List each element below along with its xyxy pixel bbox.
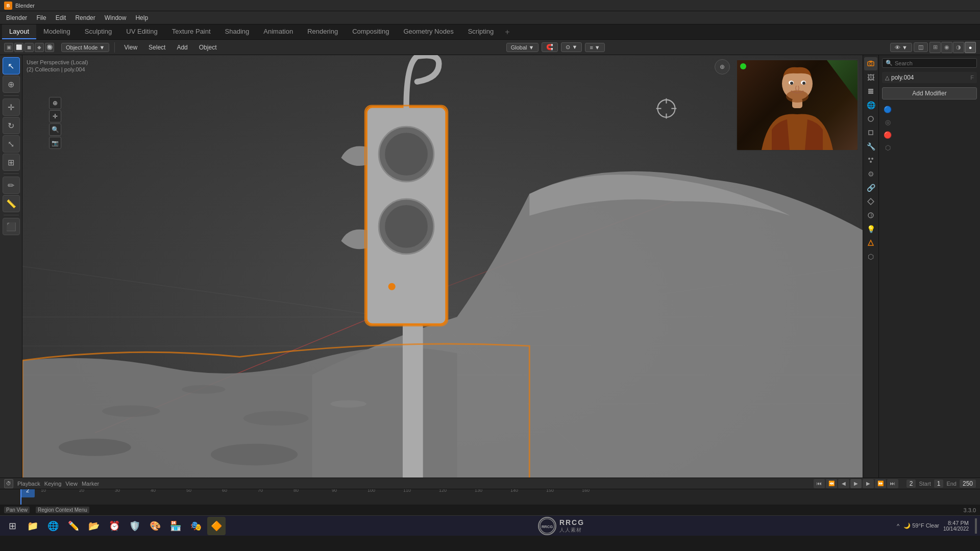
prop-tab-particles[interactable] [864, 154, 877, 167]
tab-modeling[interactable]: Modeling [36, 24, 78, 39]
timeline-type-btn[interactable]: ⏱ [4, 479, 13, 488]
taskbar-app-9[interactable]: 🎭 [187, 517, 205, 535]
overlay-btn[interactable]: 👁 ▼ [890, 43, 912, 52]
xray-btn[interactable]: ◫ [914, 42, 928, 52]
viewport-shading-3[interactable]: ◼ [24, 43, 34, 52]
menu-edit[interactable]: Edit [52, 13, 70, 22]
object-mode-dropdown[interactable]: Object Mode ▼ [61, 43, 109, 52]
menu-blender[interactable]: Blender [2, 13, 31, 22]
tab-animation[interactable]: Animation [256, 24, 300, 39]
viewport-3d[interactable]: User Perspective (Local) (2) Collection … [22, 55, 863, 478]
prop-tab-material[interactable] [864, 209, 877, 222]
tool-move[interactable]: ✛ [3, 98, 20, 116]
taskbar-file-explorer[interactable]: 📁 [23, 517, 42, 535]
header-add[interactable]: Add [173, 43, 191, 52]
snap-btn[interactable]: 🧲 [542, 42, 558, 52]
proportional-btn[interactable]: ⊙ ▼ [561, 42, 582, 52]
timeline-playhead[interactable] [20, 489, 21, 505]
shade-solid[interactable]: ◉ [941, 42, 952, 53]
start-button[interactable]: ⊞ [3, 517, 21, 535]
prop-tab-particles-2[interactable]: ⬡ [864, 250, 877, 263]
tool-annotate[interactable]: ✏ [3, 177, 20, 194]
nav-pan[interactable]: ✛ [49, 110, 61, 122]
taskbar-app-5[interactable]: ⏰ [105, 517, 124, 535]
tab-uv-editing[interactable]: UV Editing [119, 24, 164, 39]
play-btn[interactable]: ▶ [850, 479, 862, 488]
prop-tab-object-data[interactable] [864, 236, 877, 249]
shade-render[interactable]: ● [965, 42, 976, 53]
fake-user-btn[interactable]: F [970, 74, 974, 81]
start-value[interactable]: 1 [934, 480, 944, 488]
shade-material[interactable]: ◑ [953, 42, 964, 53]
tool-rotate[interactable]: ↻ [3, 117, 20, 134]
global-dropdown[interactable]: Global ▼ [506, 43, 539, 52]
prop-icon-4[interactable]: ⬡ [882, 142, 893, 153]
add-workspace-button[interactable]: + [501, 24, 513, 39]
jump-to-end-btn[interactable]: ⏭ [887, 479, 898, 488]
tab-sculpting[interactable]: Sculpting [78, 24, 119, 39]
menu-file[interactable]: File [32, 13, 50, 22]
taskbar-browser[interactable]: 🌐 [44, 517, 62, 535]
tool-measure[interactable]: 📏 [3, 195, 20, 212]
transform-orientations[interactable]: ≡ ▼ [585, 43, 604, 52]
taskbar-app-3[interactable]: ✏️ [64, 517, 83, 535]
prop-tab-shading[interactable]: 💡 [864, 222, 877, 236]
prop-tab-constraints[interactable]: 🔗 [864, 181, 877, 194]
prop-icon-2[interactable]: ◎ [882, 116, 893, 128]
nav-orbit[interactable]: ⊕ [49, 97, 61, 109]
menu-help[interactable]: Help [131, 13, 152, 22]
tab-geometry-nodes[interactable]: Geometry Nodes [396, 24, 460, 39]
prop-tab-physics[interactable]: ⚙ [864, 167, 877, 181]
menu-render[interactable]: Render [71, 13, 99, 22]
tab-layout[interactable]: Layout [2, 24, 36, 39]
timeline-keying-menu[interactable]: Keying [44, 481, 62, 487]
next-keyframe-btn[interactable]: ▶ [863, 479, 874, 488]
timeline-marker-menu[interactable]: Marker [82, 481, 99, 487]
timeline-scrubber[interactable]: 2 10 20 30 40 50 60 70 80 90 100 110 120… [0, 489, 980, 505]
tray-chevron[interactable]: ^ [897, 523, 899, 529]
prop-icon-3[interactable]: 🔴 [882, 129, 893, 140]
viewport-shading-2[interactable]: ⬜ [14, 43, 23, 52]
viewport-orbit-gizmo[interactable]: ⊕ [715, 59, 730, 74]
next-frame-btn[interactable]: ⏩ [875, 479, 886, 488]
prop-tab-render[interactable] [864, 57, 877, 70]
tab-scripting[interactable]: Scripting [461, 24, 501, 39]
menu-window[interactable]: Window [101, 13, 131, 22]
prop-tab-object[interactable] [864, 126, 877, 139]
taskbar-app-6[interactable]: 🛡️ [126, 517, 144, 535]
viewport-shading-4[interactable]: ◆ [35, 43, 44, 52]
tab-shading[interactable]: Shading [218, 24, 257, 39]
timeline-view-menu[interactable]: View [65, 481, 78, 487]
tool-add-cube[interactable]: ⬛ [3, 218, 20, 235]
tool-transform[interactable]: ⊞ [3, 154, 20, 171]
prop-tab-output[interactable]: 🖼 [864, 71, 877, 84]
tab-texture-paint[interactable]: Texture Paint [165, 24, 218, 39]
nav-camera[interactable]: 📷 [49, 137, 61, 149]
jump-to-start-btn[interactable]: ⏮ [814, 479, 825, 488]
end-value[interactable]: 250 [960, 480, 976, 488]
shade-wire[interactable]: ⊞ [929, 42, 941, 53]
add-modifier-button[interactable]: Add Modifier [882, 87, 977, 99]
taskbar-app-4[interactable]: 📂 [85, 517, 103, 535]
tab-compositing[interactable]: Compositing [345, 24, 396, 39]
prev-frame-btn[interactable]: ⏪ [826, 479, 837, 488]
prop-tab-scene[interactable]: 🌐 [864, 98, 877, 112]
taskbar-app-8[interactable]: 🏪 [166, 517, 185, 535]
nav-zoom[interactable]: 🔍 [49, 123, 61, 136]
header-object[interactable]: Object [195, 43, 221, 52]
tab-rendering[interactable]: Rendering [300, 24, 345, 39]
tool-scale[interactable]: ⤡ [3, 135, 20, 153]
viewport-shading-solid[interactable]: ▣ [4, 43, 13, 52]
taskbar-blender[interactable]: 🔶 [207, 517, 226, 535]
properties-search-input[interactable] [895, 60, 973, 66]
prev-keyframe-btn[interactable]: ◀ [838, 479, 849, 488]
header-view[interactable]: View [120, 43, 141, 52]
prop-tab-modifier[interactable]: 🔧 [864, 140, 877, 153]
header-select[interactable]: Select [144, 43, 169, 52]
taskbar-app-7[interactable]: 🎨 [146, 517, 164, 535]
properties-search[interactable]: 🔍 [882, 58, 977, 68]
tool-cursor[interactable]: ⊕ [3, 76, 20, 93]
viewport-shading-5[interactable]: 🔘 [45, 43, 54, 52]
prop-tab-data[interactable] [864, 195, 877, 208]
timeline-playback-menu[interactable]: Playback [17, 481, 40, 487]
